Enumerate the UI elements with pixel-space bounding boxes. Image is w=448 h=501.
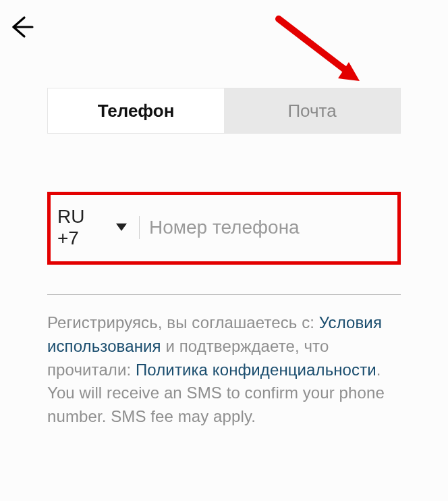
country-code-selector[interactable]: RU +7 xyxy=(57,206,136,249)
tab-email[interactable]: Почта xyxy=(224,88,400,133)
tab-phone[interactable]: Телефон xyxy=(48,88,224,133)
privacy-link[interactable]: Политика конфиденциальности xyxy=(136,361,376,379)
legal-pre-terms: Регистрируясь, вы соглашаетесь с: xyxy=(47,313,319,332)
country-code-label: RU +7 xyxy=(57,206,111,249)
legal-text: Регистрируясь, вы соглашаетесь с: Услови… xyxy=(47,311,401,429)
field-divider xyxy=(139,216,140,239)
back-button[interactable] xyxy=(9,15,34,42)
phone-field-highlight: RU +7 xyxy=(47,192,401,265)
phone-input[interactable] xyxy=(149,217,391,238)
caret-down-icon xyxy=(116,223,127,232)
auth-tabs: Телефон Почта xyxy=(47,88,401,134)
separator xyxy=(47,294,401,295)
svg-marker-3 xyxy=(116,223,127,231)
